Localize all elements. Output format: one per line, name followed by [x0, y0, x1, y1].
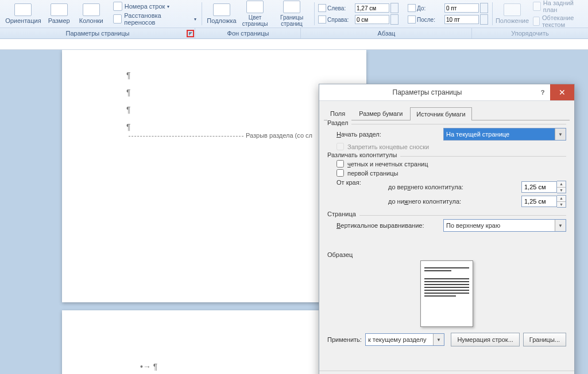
- tab-paper-source[interactable]: Источник бумаги: [410, 107, 471, 120]
- preview-group-label: Образец: [327, 251, 566, 258]
- spacing-before-row: До:: [408, 3, 488, 13]
- section-group-label: Раздел: [327, 119, 351, 126]
- position-icon: [504, 3, 521, 16]
- page-size-icon: [51, 3, 68, 16]
- start-section-select[interactable]: На текущей странице▼: [443, 128, 566, 141]
- footer-distance-label: до нижнего колонтитула:: [388, 198, 461, 205]
- indent-left-icon: [318, 4, 326, 12]
- tab-paper-size[interactable]: Размер бумаги: [353, 107, 409, 120]
- columns-button[interactable]: Колонки: [75, 2, 107, 25]
- group-arrange: Упорядочить: [472, 28, 588, 38]
- spinner[interactable]: [390, 14, 399, 25]
- text-wrap-icon: [533, 17, 540, 26]
- page-setup-dialog: Параметры страницы ? ✕ Поля Размер бумаг…: [319, 84, 575, 374]
- send-back-icon: [533, 2, 541, 11]
- spinner[interactable]: [390, 3, 399, 13]
- page-color-icon: [246, 1, 264, 13]
- horizontal-ruler[interactable]: [0, 39, 588, 50]
- orientation-icon: [14, 3, 32, 16]
- ribbon-group-bar: Параметры страницы Фон страницы Абзац Уп…: [0, 28, 588, 39]
- columns-icon: [83, 3, 100, 16]
- dialog-body: Раздел ННачать раздел:ачать раздел: На т…: [319, 120, 574, 352]
- text-wrap-button[interactable]: Обтекание текстом: [531, 14, 585, 29]
- ribbon: Ориентация Размер Колонки Номера строк▾ …: [0, 0, 588, 28]
- indent-right-icon: [318, 15, 326, 24]
- line-numbers-button[interactable]: Нумерация строк...: [451, 333, 519, 346]
- borders-button[interactable]: Границы...: [523, 333, 566, 346]
- spinner[interactable]: ▲▼: [557, 181, 566, 193]
- spacing-after-icon: [408, 15, 416, 24]
- chevron-down-icon: ▼: [555, 128, 566, 140]
- pilcrow-icon: ¶: [126, 122, 131, 131]
- dialog-title: Параметры страницы: [319, 88, 535, 96]
- spacing-after-row: После:: [408, 14, 488, 25]
- group-page-bg: Фон страницы: [195, 28, 301, 38]
- borders-icon: [283, 1, 300, 13]
- indent-left-row: Слева:: [318, 3, 399, 13]
- tab-fields[interactable]: Поля: [324, 107, 351, 120]
- valign-select[interactable]: По верхнему краю▼: [443, 219, 566, 232]
- apply-to-select[interactable]: к текущему разделу▼: [365, 333, 444, 346]
- close-button[interactable]: ✕: [550, 84, 574, 100]
- page-group-label: Страница: [327, 211, 359, 217]
- group-page-setup: Параметры страницы: [0, 28, 195, 38]
- page-color-button[interactable]: Цвет страницы: [238, 0, 272, 28]
- line-numbers-icon: [113, 2, 122, 11]
- from-edge-label: От края:: [327, 179, 388, 209]
- headers-group-label: Различать колонтитулы: [327, 151, 400, 158]
- page-borders-button[interactable]: Границы страниц: [272, 0, 311, 28]
- start-section-label: ННачать раздел:ачать раздел:: [336, 131, 381, 138]
- preview-sample: [420, 260, 473, 327]
- group-paragraph: Абзац: [301, 28, 472, 38]
- hyphenation-icon: [113, 14, 122, 24]
- watermark-button[interactable]: Подложка: [206, 2, 238, 25]
- section-break: Разрыв раздела (со сл: [129, 132, 312, 139]
- first-page-checkbox[interactable]: первой страницы: [336, 169, 566, 177]
- indent-left-input[interactable]: [355, 3, 389, 13]
- odd-even-checkbox[interactable]: четных и нечетных страниц: [336, 160, 566, 167]
- suppress-endnotes-checkbox: Запретить концевые сноски: [336, 143, 566, 150]
- footer-distance-input[interactable]: [521, 196, 557, 207]
- spinner[interactable]: ▲▼: [557, 195, 566, 208]
- orientation-button[interactable]: Ориентация: [3, 2, 43, 25]
- page-setup-launcher[interactable]: [187, 30, 194, 37]
- spacing-before-icon: [408, 4, 416, 12]
- hyphenation-button[interactable]: Расстановка переносов▾: [111, 11, 199, 26]
- chevron-down-icon: ▼: [433, 334, 444, 345]
- help-button[interactable]: ?: [535, 89, 550, 96]
- header-distance-label: до верхнего колонтитула:: [388, 184, 463, 190]
- pilcrow-icon: ¶: [126, 71, 131, 80]
- pilcrow-icon: ¶: [126, 105, 131, 114]
- apply-to-label: Применить:: [327, 336, 362, 343]
- dialog-tabs: Поля Размер бумаги Источник бумаги: [324, 107, 570, 120]
- send-back-button[interactable]: На задний план: [531, 0, 585, 14]
- indent-right-row: Справа:: [318, 14, 399, 25]
- chevron-down-icon: ▼: [555, 220, 566, 231]
- spinner[interactable]: [480, 3, 488, 13]
- watermark-icon: [213, 3, 230, 16]
- position-button[interactable]: Положение: [496, 2, 528, 25]
- pilcrow-icon: •→ ¶: [140, 362, 157, 371]
- document-area[interactable]: ¶ ¶ ¶ ¶ Разрыв раздела (со сл •→ ¶ Парам…: [0, 50, 588, 374]
- pilcrow-icon: ¶: [126, 88, 131, 97]
- dialog-footer: По умолчанию... OK Отмена: [319, 371, 574, 374]
- spacing-after-input[interactable]: [444, 15, 479, 24]
- indent-right-input[interactable]: [355, 15, 389, 24]
- dialog-titlebar: Параметры страницы ? ✕: [319, 84, 574, 101]
- line-numbers-button[interactable]: Номера строк▾: [111, 1, 199, 11]
- header-distance-input[interactable]: [521, 181, 557, 193]
- spinner[interactable]: [480, 14, 488, 25]
- spacing-before-input[interactable]: [444, 3, 479, 13]
- valign-label: Вертикальное выравнивание:: [336, 222, 424, 229]
- size-button[interactable]: Размер: [43, 2, 75, 25]
